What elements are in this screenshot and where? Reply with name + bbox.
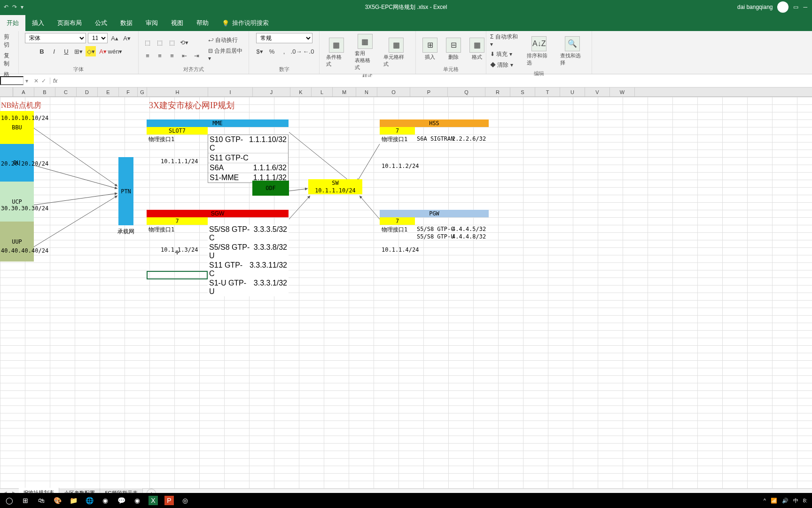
tray-up-icon[interactable]: ^ [764, 498, 766, 503]
col-J[interactable]: J [253, 87, 290, 96]
enter-formula-icon[interactable]: ✓ [41, 78, 46, 84]
copy-button[interactable]: 复制 [4, 52, 15, 68]
decrease-decimal-icon[interactable]: ←.0 [304, 46, 314, 56]
wifi-icon[interactable]: 📶 [771, 498, 777, 504]
fill-button[interactable]: ⬇ 填充 ▾ [490, 50, 521, 58]
task-view-icon[interactable]: ⊞ [21, 496, 30, 505]
comma-icon[interactable]: , [279, 46, 289, 56]
col-G[interactable]: G [138, 87, 147, 96]
tab-data[interactable]: 数据 [114, 15, 139, 31]
tab-formulas[interactable]: 公式 [88, 15, 114, 31]
underline-button[interactable]: U [61, 46, 71, 56]
tell-me-search[interactable]: 💡 操作说明搜索 [215, 15, 275, 31]
border-button[interactable]: ⊞▾ [73, 46, 84, 56]
qat-dropdown-icon[interactable]: ▾ [21, 4, 23, 10]
edge-icon[interactable]: 🌐 [85, 496, 94, 505]
col-O[interactable]: O [377, 87, 410, 96]
align-bottom-icon[interactable]: ⬚ [167, 37, 177, 48]
powerpoint-icon[interactable]: P [164, 496, 174, 505]
chrome-icon[interactable]: ◉ [101, 496, 110, 505]
col-D[interactable]: D [77, 87, 98, 96]
ribbon-display-icon[interactable]: ▭ [793, 4, 798, 10]
align-center-icon[interactable]: ≡ [155, 50, 165, 61]
table-format-button[interactable]: ▦套用 表格格式 [352, 33, 378, 72]
cancel-formula-icon[interactable]: ✕ [34, 78, 39, 84]
minimize-icon[interactable]: ─ [803, 4, 807, 10]
merge-center-button[interactable]: ⊟ 合并后居中 ▾ [208, 47, 245, 62]
col-E[interactable]: E [98, 87, 119, 96]
cell-styles-button[interactable]: ▦单元格样式 [381, 37, 412, 69]
increase-decimal-icon[interactable]: .0→ [291, 46, 302, 56]
start-button[interactable]: ◯ [5, 496, 14, 505]
font-name-select[interactable]: 宋体 [25, 33, 86, 43]
col-Q[interactable]: Q [448, 87, 485, 96]
col-W[interactable]: W [610, 87, 635, 96]
wechat-icon[interactable]: 💬 [117, 496, 126, 505]
autosum-button[interactable]: Σ 自动求和 ▾ [490, 33, 521, 48]
col-S[interactable]: S [510, 87, 535, 96]
font-size-select[interactable]: 11 [88, 33, 108, 43]
phonetic-button[interactable]: wén▾ [110, 46, 120, 56]
align-left-icon[interactable]: ≡ [142, 50, 153, 61]
col-B[interactable]: B [34, 87, 55, 96]
col-C[interactable]: C [55, 87, 77, 96]
indent-decrease-icon[interactable]: ⇤ [179, 50, 189, 61]
app-icon-3[interactable]: ◎ [180, 496, 190, 505]
tab-view[interactable]: 视图 [164, 15, 190, 31]
italic-button[interactable]: I [49, 46, 59, 56]
ime-indicator[interactable]: 中 [793, 497, 798, 504]
clear-button[interactable]: ◆ 清除 ▾ [490, 61, 521, 69]
align-middle-icon[interactable]: ⬚ [155, 37, 165, 48]
user-avatar-icon[interactable] [777, 1, 789, 13]
tab-home[interactable]: 开始 [0, 15, 25, 31]
file-explorer-icon[interactable]: 📁 [69, 496, 78, 505]
col-F[interactable]: F [119, 87, 138, 96]
number-format-select[interactable]: 常规 [256, 33, 312, 43]
col-I[interactable]: I [208, 87, 253, 96]
indent-increase-icon[interactable]: ⇥ [191, 50, 202, 61]
wrap-text-button[interactable]: ⮐ 自动换行 [208, 36, 245, 44]
fill-color-button[interactable]: ◇▾ [86, 46, 96, 56]
col-K[interactable]: K [290, 87, 312, 96]
col-N[interactable]: N [356, 87, 377, 96]
align-right-icon[interactable]: ≡ [167, 50, 177, 61]
delete-cells-button[interactable]: ⊟删除 [443, 37, 464, 62]
select-all-corner[interactable] [0, 87, 13, 96]
conditional-format-button[interactable]: ▦条件格式 [323, 37, 349, 69]
col-V[interactable]: V [585, 87, 610, 96]
find-select-button[interactable]: 🔍查找和选择 [557, 35, 588, 67]
redo-icon[interactable]: ↷ [12, 4, 17, 10]
tab-review[interactable]: 审阅 [139, 15, 164, 31]
col-H[interactable]: H [147, 87, 208, 96]
insert-cells-button[interactable]: ⊞插入 [420, 37, 440, 62]
col-R[interactable]: R [485, 87, 510, 96]
tab-help[interactable]: 帮助 [190, 15, 215, 31]
cell-layer[interactable]: NB站点机房 BBU 10.10.10.10/24 DU 20.20.20.20… [0, 97, 812, 488]
cut-button[interactable]: 剪切 [4, 33, 15, 49]
currency-icon[interactable]: $▾ [255, 46, 265, 56]
col-U[interactable]: U [560, 87, 585, 96]
undo-icon[interactable]: ↶ [4, 4, 8, 10]
spreadsheet-grid[interactable]: A B C D E F G H I J K L M N O P Q R S T … [0, 87, 812, 488]
tab-layout[interactable]: 页面布局 [51, 15, 88, 31]
namebox-dropdown-icon[interactable]: ▾ [23, 78, 30, 84]
percent-icon[interactable]: % [267, 46, 277, 56]
col-A[interactable]: A [13, 87, 34, 96]
formula-input[interactable] [60, 77, 812, 84]
col-T[interactable]: T [535, 87, 560, 96]
name-box[interactable] [0, 76, 23, 85]
tab-insert[interactable]: 插入 [25, 15, 51, 31]
clock[interactable]: 8: [803, 498, 807, 503]
volume-icon[interactable]: 🔊 [782, 498, 789, 504]
col-L[interactable]: L [312, 87, 333, 96]
orientation-icon[interactable]: ⟲▾ [179, 37, 189, 48]
increase-font-icon[interactable]: A▴ [109, 33, 120, 43]
format-cells-button[interactable]: ▦格式 [467, 37, 487, 62]
col-M[interactable]: M [333, 87, 356, 96]
col-P[interactable]: P [410, 87, 448, 96]
sort-filter-button[interactable]: A↓Z排序和筛选 [524, 35, 554, 67]
app-icon-2[interactable]: ◉ [133, 496, 142, 505]
store-icon[interactable]: 🛍 [37, 496, 46, 505]
fx-icon[interactable]: fx [50, 78, 60, 84]
bold-button[interactable]: B [37, 46, 47, 56]
